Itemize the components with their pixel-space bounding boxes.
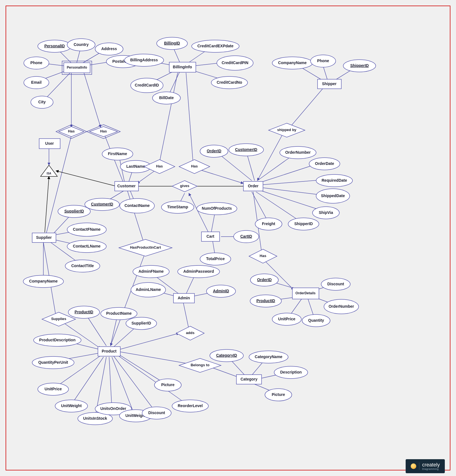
svg-line-51 — [111, 252, 145, 346]
entity-personalinfo: PersonalInfo — [62, 61, 92, 74]
rel-shippedby: shipped by — [269, 123, 305, 137]
attr-cat-picture: Picture — [265, 389, 292, 401]
svg-text:BillDate: BillDate — [159, 95, 174, 100]
svg-text:AdminLName: AdminLName — [136, 287, 161, 292]
attr-contactname: ContactName — [120, 199, 154, 213]
attr-od-productid: ProductID — [250, 295, 281, 307]
entity-customer: Customer — [115, 181, 138, 191]
attr-contacttitle: ContactTitle — [65, 260, 100, 272]
attr-ccpin: CreditCardPIN — [217, 56, 253, 70]
svg-text:CreditCardID: CreditCardID — [135, 83, 159, 87]
svg-text:ContactName: ContactName — [124, 203, 150, 208]
svg-line-44 — [257, 134, 283, 181]
attr-contactlname: ContactLName — [67, 240, 106, 253]
svg-text:ContactTitle: ContactTitle — [71, 263, 94, 268]
attr-ordernumber: OrderNumber — [280, 146, 316, 159]
svg-text:CreditCardEXPdate: CreditCardEXPdate — [197, 44, 233, 48]
svg-text:Picture: Picture — [161, 382, 175, 387]
svg-text:UnitPrice: UnitPrice — [44, 387, 62, 391]
attr-shipper-id: ShipperID — [343, 60, 376, 72]
rel-has2: Has — [87, 125, 120, 139]
attr-ccexp: CreditCardEXPdate — [192, 40, 239, 52]
svg-text:Supplier: Supplier — [36, 235, 52, 240]
attr-freight: Freight — [255, 218, 282, 230]
creately-logo: creately Diagramming — [406, 459, 445, 473]
svg-text:ShipperID: ShipperID — [350, 63, 369, 68]
svg-text:SupplierID: SupplierID — [64, 209, 84, 213]
attr-billdate: BillDate — [152, 92, 180, 104]
attr-orderdate: OrderDate — [309, 158, 340, 170]
svg-text:TimeStamp: TimeStamp — [167, 205, 188, 209]
attr-billingaddress: BillingAddress — [124, 54, 164, 66]
svg-line-81 — [109, 357, 112, 409]
svg-line-18 — [84, 73, 101, 127]
svg-text:CustomerID: CustomerID — [91, 202, 113, 206]
attr-timestamp: TimeStamp — [161, 201, 194, 213]
attr-product-supplierid: SupplierID — [126, 317, 157, 330]
attr-phone: Phone — [24, 57, 49, 69]
svg-text:Has: Has — [156, 164, 163, 168]
attr-categoryname: CategoryName — [249, 351, 288, 363]
svg-text:CategoryName: CategoryName — [255, 354, 283, 359]
attr-supplierid: SupplierID — [58, 205, 90, 218]
entity-product: Product — [98, 347, 120, 356]
svg-text:RequiredDate: RequiredDate — [321, 178, 347, 183]
svg-text:ProductName: ProductName — [106, 311, 131, 316]
attr-ccno: CreditCardNo — [211, 76, 248, 89]
svg-text:adds: adds — [186, 331, 194, 335]
svg-line-64 — [117, 333, 179, 350]
svg-text:ShippedDate: ShippedDate — [321, 193, 345, 198]
attr-adminid: AdminID — [206, 285, 236, 297]
svg-text:Phone: Phone — [30, 60, 43, 65]
svg-text:SupplierID: SupplierID — [131, 321, 151, 325]
attr-qpu: QuantityPerUnit — [32, 356, 74, 369]
attr-order-shipperid: ShipperID — [288, 218, 319, 230]
attr-adminlname: AdminLName — [131, 283, 166, 297]
svg-text:Has: Has — [100, 129, 107, 133]
svg-text:ISA: ISA — [47, 172, 51, 175]
attr-reorderlevel: ReorderLevel — [172, 400, 208, 412]
svg-text:CreditCardNo: CreditCardNo — [217, 80, 242, 85]
svg-text:City: City — [38, 100, 46, 104]
svg-text:Discount: Discount — [327, 282, 344, 286]
svg-text:TotalPrice: TotalPrice — [206, 256, 225, 261]
attr-shipvia: ShipVia — [312, 207, 339, 219]
svg-text:PersonalID: PersonalID — [44, 44, 65, 48]
svg-text:AdminPassword: AdminPassword — [183, 269, 214, 274]
attr-shippeddate: ShippedDate — [316, 189, 350, 203]
attr-billingid: BillingID — [157, 37, 187, 50]
svg-text:Supplies: Supplies — [51, 317, 66, 321]
svg-line-29 — [186, 73, 193, 162]
rel-has1: Has — [56, 125, 87, 139]
svg-text:Freight: Freight — [262, 221, 275, 226]
svg-text:ProductDescription: ProductDescription — [39, 338, 76, 342]
svg-text:PersonalInfo: PersonalInfo — [67, 66, 87, 69]
attr-country: Country — [67, 39, 95, 51]
svg-text:Picture: Picture — [272, 392, 285, 397]
attr-adminfname: AdminFName — [133, 265, 169, 278]
svg-text:OrderDetails: OrderDetails — [295, 291, 316, 295]
svg-text:BillingID: BillingID — [164, 41, 180, 45]
svg-text:NumOfProducts: NumOfProducts — [202, 206, 232, 211]
svg-text:LastName: LastName — [126, 164, 145, 169]
svg-text:Cart: Cart — [206, 234, 214, 239]
logo-text: creately Diagramming — [422, 462, 440, 470]
rel-belongsto: Belongs to — [179, 358, 221, 372]
attr-shipper-company: CompanyName — [272, 57, 312, 69]
attr-city: City — [31, 96, 53, 108]
svg-text:OrderDate: OrderDate — [315, 161, 334, 166]
svg-text:UnitsInStock: UnitsInStock — [83, 416, 107, 421]
svg-text:CategoryID: CategoryID — [216, 353, 237, 358]
rel-hasproductincart: HasProductInCart — [119, 239, 172, 256]
attr-product-picture: Picture — [154, 379, 181, 391]
attr-order-custid: CustomerID — [229, 144, 264, 156]
svg-text:CompanyName: CompanyName — [29, 279, 58, 283]
attr-orderid: OrderID — [200, 145, 228, 157]
svg-text:gives: gives — [180, 184, 189, 188]
svg-text:OrderID: OrderID — [257, 277, 272, 282]
attr-od-discount: Discount — [321, 278, 350, 290]
svg-text:Admin: Admin — [178, 296, 190, 300]
logo-tagline: Diagramming — [422, 468, 440, 470]
entity-user: User — [39, 139, 60, 149]
attr-email: Email — [24, 76, 49, 89]
